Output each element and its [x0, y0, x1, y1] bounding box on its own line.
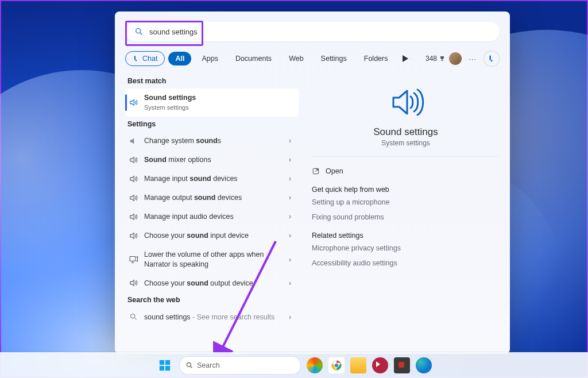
chevron-right-icon: ›	[286, 194, 294, 202]
settings-result[interactable]: Manage input audio devices›	[125, 207, 299, 226]
related-link[interactable]: Microphone privacy settings	[312, 241, 500, 256]
search-input[interactable]	[148, 27, 490, 37]
trophy-icon	[439, 55, 446, 62]
taskbar-search[interactable]: Search	[179, 356, 301, 375]
settings-result[interactable]: Sound mixer options›	[125, 151, 299, 169]
svg-rect-10	[165, 365, 170, 370]
filter-settings[interactable]: Settings	[314, 52, 354, 65]
taskbar-app-media[interactable]	[372, 357, 388, 373]
settings-result[interactable]: Change system sounds›	[125, 132, 299, 151]
play-icon[interactable]	[398, 51, 413, 66]
settings-result[interactable]: Choose your sound input device›	[125, 226, 299, 245]
filter-web[interactable]: Web	[282, 52, 310, 65]
start-search-panel: Chat All Apps Documents Web Settings Fol…	[115, 11, 510, 354]
filter-chat[interactable]: Chat	[125, 51, 165, 66]
search-icon	[185, 361, 194, 369]
section-best-match: Best match	[125, 74, 299, 88]
related-heading: Related settings	[312, 232, 500, 240]
chevron-right-icon: ›	[286, 175, 294, 183]
speaker-icon	[129, 193, 138, 203]
rewards-points[interactable]: 348	[425, 55, 446, 63]
settings-result[interactable]: Manage input sound devices›	[125, 169, 299, 188]
preview-subtitle: System settings	[312, 139, 500, 147]
bing-button[interactable]	[483, 51, 500, 67]
taskbar: Search	[0, 352, 588, 378]
taskbar-app-explorer[interactable]	[350, 357, 366, 373]
chevron-right-icon: ›	[286, 137, 294, 145]
search-filters: Chat All Apps Documents Web Settings Fol…	[115, 47, 510, 74]
settings-result[interactable]: Choose your sound output device›	[125, 273, 299, 292]
svg-point-3	[131, 314, 136, 319]
svg-rect-9	[160, 365, 164, 370]
filter-all[interactable]: All	[168, 52, 191, 65]
speaker-icon	[129, 136, 138, 146]
taskbar-app-chrome[interactable]	[328, 357, 345, 373]
start-button[interactable]	[156, 357, 173, 374]
svg-rect-8	[165, 360, 170, 364]
user-avatar[interactable]	[449, 52, 462, 65]
taskbar-app-edge[interactable]	[416, 357, 432, 373]
speaker-large-icon	[388, 84, 424, 121]
svg-rect-7	[160, 360, 164, 364]
settings-result[interactable]: Manage output sound devices›	[125, 188, 299, 207]
quick-help-heading: Get quick help from web	[312, 186, 500, 194]
action-open[interactable]: Open	[312, 164, 500, 179]
svg-point-11	[187, 362, 191, 367]
best-match-subtitle: System settings	[144, 103, 294, 112]
quick-help-link[interactable]: Setting up a microphone	[312, 195, 500, 210]
result-web-search[interactable]: sound settings - See more search results…	[125, 307, 299, 326]
chevron-right-icon: ›	[286, 313, 294, 321]
taskbar-app-copilot[interactable]	[307, 357, 323, 373]
filter-documents[interactable]: Documents	[229, 52, 278, 65]
section-settings: Settings	[125, 117, 299, 132]
svg-line-1	[140, 33, 142, 34]
search-icon	[129, 312, 138, 322]
speaker-icon	[129, 254, 138, 264]
preview-title: Sound settings	[312, 126, 500, 138]
section-search-web: Search the web	[125, 292, 299, 307]
filter-folders[interactable]: Folders	[357, 52, 395, 65]
svg-point-0	[136, 29, 141, 33]
speaker-icon	[129, 174, 138, 184]
taskbar-app-dark[interactable]	[394, 357, 410, 373]
chevron-right-icon: ›	[286, 279, 294, 287]
quick-help-link[interactable]: Fixing sound problems	[312, 210, 500, 225]
settings-result[interactable]: Lower the volume of other apps when Narr…	[125, 245, 299, 274]
chevron-right-icon: ›	[286, 256, 294, 264]
svg-line-4	[134, 318, 136, 320]
search-icon	[134, 27, 144, 36]
result-best-match[interactable]: Sound settings System settings	[125, 88, 299, 117]
svg-line-12	[191, 366, 192, 368]
results-column: Best match Sound settings System setting…	[115, 74, 299, 352]
open-icon	[312, 167, 320, 175]
chevron-right-icon: ›	[286, 156, 294, 164]
related-link[interactable]: Accessibility audio settings	[312, 256, 500, 271]
preview-pane: Sound settings System settings Open Get …	[299, 74, 510, 352]
bing-chat-icon	[133, 55, 140, 62]
speaker-icon	[129, 278, 138, 288]
speaker-icon	[129, 212, 138, 222]
speaker-icon	[129, 98, 138, 107]
search-bar[interactable]	[125, 22, 500, 41]
more-options[interactable]: ···	[465, 51, 480, 66]
svg-point-14	[335, 363, 339, 367]
best-match-title: Sound settings	[144, 94, 196, 102]
svg-rect-2	[130, 257, 136, 261]
filter-apps[interactable]: Apps	[195, 52, 225, 65]
chevron-right-icon: ›	[286, 213, 294, 221]
speaker-icon	[129, 231, 138, 241]
speaker-icon	[129, 155, 138, 165]
chevron-right-icon: ›	[286, 232, 294, 240]
